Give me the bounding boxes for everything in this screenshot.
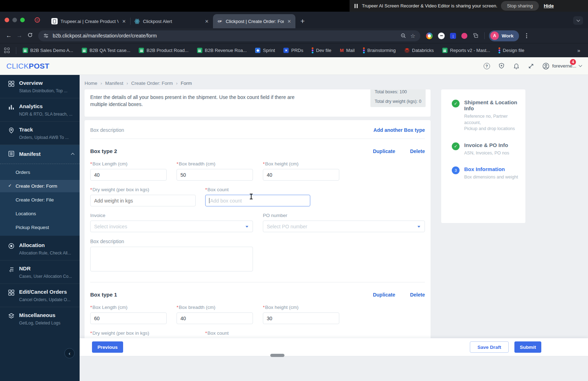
box-length-label: Box Length (cm) xyxy=(92,305,127,310)
sidebar-item-pickup-request[interactable]: Pickup Request xyxy=(0,221,80,236)
tab-clickpost-alert[interactable]: Clickpost Alert ✕ xyxy=(131,14,213,28)
fullscreen-window-button[interactable] xyxy=(20,18,25,22)
tab-trupeer[interactable]: Trupeer.ai | Create Product Vi ✕ xyxy=(48,14,130,28)
tab-close-icon[interactable]: ✕ xyxy=(204,19,209,24)
sidebar-collapse-button[interactable]: ‹ xyxy=(64,348,75,358)
breadcrumb-home[interactable]: Home xyxy=(85,81,97,86)
add-box-type-link[interactable]: Add another Box type xyxy=(374,127,425,133)
bookmark-star-icon[interactable]: ☆ xyxy=(410,33,415,39)
box-length-input[interactable] xyxy=(90,169,167,181)
notification-badge: 4 xyxy=(570,59,576,65)
close-window-button[interactable] xyxy=(5,18,9,22)
box-length-input[interactable] xyxy=(90,312,167,324)
sidebar-item-analytics[interactable]: AnalyticsNDR & RTO, SLA breach, ... xyxy=(0,98,80,121)
breadcrumb-manifest[interactable]: Manifest xyxy=(105,81,123,86)
extensions-puzzle-icon[interactable] xyxy=(473,33,479,39)
delete-link[interactable]: Delete xyxy=(410,292,425,298)
bookmark-item[interactable]: B2B Revenue Roa... xyxy=(197,48,247,53)
step-box-information[interactable]: 3 Box Information Box dimensions and wei… xyxy=(452,166,525,181)
sidebar-item-track[interactable]: TrackOrders, Upload AWB To ... xyxy=(0,122,80,145)
extension-lens-icon[interactable] xyxy=(426,33,433,39)
expand-icon[interactable] xyxy=(528,63,534,69)
box-breadth-input[interactable] xyxy=(177,312,253,324)
site-info-icon[interactable] xyxy=(43,33,49,39)
save-draft-button[interactable]: Save Draft xyxy=(470,341,509,353)
profile-avatar: A xyxy=(490,31,499,40)
tab-close-icon[interactable]: ✕ xyxy=(121,19,127,24)
sidebar-item-ndr[interactable]: NDRCases, User Allocation Co... xyxy=(0,260,80,283)
previous-button[interactable]: Previous xyxy=(92,341,123,353)
bookmark-item[interactable]: Databricks xyxy=(404,48,434,53)
submit-button[interactable]: Submit xyxy=(514,341,541,353)
apps-grid-icon[interactable] xyxy=(4,48,10,53)
duplicate-link[interactable]: Duplicate xyxy=(373,148,395,154)
box-height-input[interactable] xyxy=(263,312,339,324)
hide-link[interactable]: Hide xyxy=(544,3,554,8)
bookmark-item[interactable]: B2B Sales Demo A... xyxy=(23,48,73,53)
bookmark-item[interactable]: Brainstorming xyxy=(363,47,396,53)
bookmark-item[interactable]: ✕PRDs xyxy=(283,48,303,53)
step-shipment-location[interactable]: ✓ Shipment & Location Info Reference no,… xyxy=(452,99,525,132)
sheets-icon xyxy=(197,48,202,53)
extension-blue-icon[interactable]: ; xyxy=(450,33,456,39)
sidebar-item-overview[interactable]: OverviewStatus Distribution, Top ... xyxy=(0,75,80,98)
sidebar-item-create-order-form[interactable]: ✓Create Order: Form xyxy=(0,180,80,192)
bookmark-item[interactable]: Design file xyxy=(498,47,524,53)
jira-icon xyxy=(255,48,260,53)
po-number-select[interactable]: Select PO number xyxy=(263,221,425,232)
bookmarks-overflow-chevron[interactable]: » xyxy=(577,47,584,53)
duplicate-link[interactable]: Duplicate xyxy=(373,292,395,298)
sidebar-item-orders[interactable]: Orders xyxy=(0,166,80,178)
bookmark-item[interactable]: Dev file xyxy=(312,47,331,53)
account-menu[interactable]: foreverne... 4 xyxy=(542,63,582,70)
new-tab-button[interactable]: + xyxy=(300,17,305,25)
extension-pink-icon[interactable] xyxy=(461,33,467,39)
tab-search-button[interactable] xyxy=(573,16,583,25)
invoice-label: Invoice xyxy=(90,213,105,218)
bell-icon[interactable] xyxy=(513,63,520,69)
bookmark-item[interactable]: MMail xyxy=(340,48,355,53)
horizontal-scrollbar-thumb[interactable] xyxy=(270,354,284,357)
help-icon[interactable]: ? xyxy=(484,63,490,69)
address-bar[interactable]: b2b.clickpost.ai/manifestation/order/cre… xyxy=(38,30,420,41)
box-height-input[interactable] xyxy=(263,169,339,181)
extensions-row: ; xyxy=(426,33,479,39)
box-count-input[interactable]: Add box count xyxy=(205,195,310,206)
sidebar-item-create-order-file[interactable]: Create Order: File xyxy=(0,194,80,206)
sidebar-item-locations[interactable]: Locations xyxy=(0,207,80,220)
stop-sharing-button[interactable]: Stop sharing xyxy=(501,1,539,11)
record-indicator-icon[interactable] xyxy=(35,17,40,23)
forward-icon[interactable]: → xyxy=(14,32,25,39)
browser-profile-button[interactable]: A Work xyxy=(489,30,519,41)
bookmark-item[interactable]: Sprint xyxy=(255,48,275,53)
invoice-select[interactable]: Select invoices xyxy=(90,221,253,232)
sidebar-item-allocation[interactable]: AllocationAllocation Rule, Check All... xyxy=(0,237,80,260)
reload-icon[interactable] xyxy=(25,32,35,40)
sidebar-item-miscellaneous[interactable]: MiscellaneousGetLog, Deleted Logs xyxy=(0,307,80,330)
step-invoice-po[interactable]: ✓ Invoice & PO Info ASN, Invoices, PO no… xyxy=(452,142,525,157)
tab-clickpost-create-order[interactable]: CP Clickpost | Create Order: Form ✕ xyxy=(213,14,295,28)
box-breadth-input[interactable] xyxy=(177,169,253,181)
bookmark-item[interactable]: B2B Product Road... xyxy=(139,48,189,53)
screen-share-notification: Trupeer AI Screen Recorder & Video Edito… xyxy=(350,0,588,12)
delete-link[interactable]: Delete xyxy=(410,148,425,154)
pause-icon[interactable] xyxy=(354,4,358,8)
box-description-textarea[interactable] xyxy=(90,247,253,271)
minimize-window-button[interactable] xyxy=(12,18,17,22)
breadcrumb-create-order-form[interactable]: Create Order: Form xyxy=(131,81,173,86)
bookmark-item[interactable]: B2B QA Test case... xyxy=(82,48,130,53)
zoom-icon[interactable] xyxy=(400,33,407,39)
sidebar-item-edit-cancel-orders[interactable]: Edit/Cancel OrdersCancel Orders, Update … xyxy=(0,284,80,307)
sheets-icon xyxy=(82,48,87,53)
form-action-bar: Previous Save Draft Submit xyxy=(80,338,588,356)
bookmark-item[interactable]: Reports v2 - Mast... xyxy=(442,48,490,53)
dry-weight-input[interactable] xyxy=(90,195,196,206)
clickpost-logo[interactable]: CLICKPOST xyxy=(6,62,50,70)
order-steps-panel: ✓ Shipment & Location Info Reference no,… xyxy=(441,89,525,223)
back-icon[interactable]: ← xyxy=(4,32,14,39)
extension-circle-icon[interactable] xyxy=(438,33,445,39)
sidebar-item-manifest[interactable]: Manifest xyxy=(0,145,80,162)
shield-icon[interactable] xyxy=(498,63,505,69)
browser-menu-icon[interactable] xyxy=(524,33,529,38)
tab-close-icon[interactable]: ✕ xyxy=(287,19,292,24)
